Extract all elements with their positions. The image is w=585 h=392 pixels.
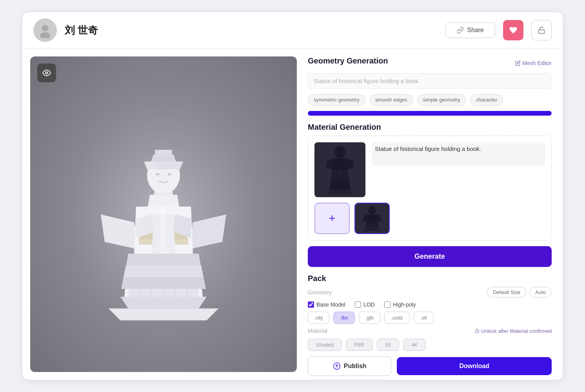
svg-marker-40 bbox=[329, 180, 351, 189]
format-obj-label: .obj bbox=[314, 315, 323, 321]
high-poly-checkbox[interactable] bbox=[384, 301, 391, 308]
viewport bbox=[30, 56, 297, 372]
svg-rect-51 bbox=[476, 331, 479, 333]
lod-checkbox-item[interactable]: LOD bbox=[355, 301, 375, 308]
svg-rect-2 bbox=[539, 30, 545, 33]
svg-marker-33 bbox=[145, 162, 156, 169]
material-description: Statue of historical figure holding a bo… bbox=[372, 142, 545, 166]
default-size-label: Default Size bbox=[493, 289, 520, 295]
high-poly-checkbox-item[interactable]: High-poly bbox=[384, 301, 416, 308]
material-statue-thumbnail bbox=[314, 142, 365, 197]
auto-size-button[interactable]: Auto bbox=[529, 287, 552, 298]
svg-marker-46 bbox=[366, 215, 378, 222]
lod-checkbox[interactable] bbox=[355, 301, 361, 308]
share-label: Share bbox=[467, 27, 484, 34]
generate-button[interactable]: Generate bbox=[308, 246, 552, 267]
high-poly-label: High-poly bbox=[393, 301, 416, 308]
download-button[interactable]: Download bbox=[397, 357, 552, 375]
shading-row: Shaded PBR 1K 4K bbox=[308, 339, 552, 351]
like-button[interactable] bbox=[503, 20, 523, 40]
app-container: 刘 世奇 Share bbox=[22, 12, 563, 380]
svg-marker-36 bbox=[326, 158, 334, 170]
pack-geometry-label: Geometry bbox=[308, 289, 332, 296]
base-model-checkbox[interactable] bbox=[308, 301, 314, 308]
username: 刘 世奇 bbox=[65, 24, 98, 37]
material-thumb-svg bbox=[358, 206, 386, 231]
material-selected-thumbnail[interactable] bbox=[354, 203, 390, 234]
format-stl-label: .stl bbox=[420, 315, 427, 321]
material-title: Material Generation bbox=[308, 123, 552, 132]
format-glb-label: .glb bbox=[365, 315, 374, 321]
material-add-button[interactable]: + bbox=[314, 203, 350, 234]
add-icon: + bbox=[329, 212, 336, 225]
base-model-label: Base Model bbox=[316, 301, 345, 308]
format-usdz-label: .usdz bbox=[391, 315, 403, 321]
publish-button[interactable]: Publish bbox=[308, 356, 391, 376]
share-button[interactable]: Share bbox=[445, 22, 495, 38]
progress-bar-fill bbox=[308, 111, 552, 116]
format-fbx-button[interactable]: .fbx bbox=[333, 312, 355, 324]
shading-shaded-label: Shaded bbox=[316, 342, 334, 348]
publish-icon bbox=[333, 362, 341, 370]
svg-point-1 bbox=[40, 32, 50, 38]
tag-simple: simple geometry bbox=[417, 94, 466, 105]
main-content: Geometry Generation Mesh Editor Statue o… bbox=[22, 49, 563, 380]
shading-4k-label: 4K bbox=[411, 342, 418, 348]
svg-marker-17 bbox=[187, 214, 226, 250]
mesh-editor-link[interactable]: Mesh Editor bbox=[515, 60, 552, 66]
bottom-actions: Publish Download bbox=[308, 356, 552, 376]
unlock-label: Unlock after Material confirmed bbox=[481, 328, 552, 334]
geo-header: Geometry Generation Mesh Editor bbox=[308, 56, 552, 69]
eye-icon bbox=[42, 69, 51, 77]
shading-pbr-button[interactable]: PBR bbox=[346, 339, 373, 351]
default-size-button[interactable]: Default Size bbox=[487, 287, 526, 298]
heart-icon bbox=[509, 26, 518, 34]
svg-point-31 bbox=[167, 173, 171, 176]
pack-material-label: Material bbox=[308, 328, 327, 334]
format-glb-button[interactable]: .glb bbox=[359, 312, 380, 324]
pack-geometry-row: Geometry Default Size Auto bbox=[308, 287, 552, 298]
svg-point-3 bbox=[45, 72, 48, 74]
material-options-row: + bbox=[314, 203, 545, 234]
base-model-checkbox-item[interactable]: Base Model bbox=[308, 301, 345, 308]
unlock-link[interactable]: Unlock after Material confirmed bbox=[475, 328, 552, 334]
lod-label: LOD bbox=[363, 301, 375, 308]
svg-marker-13 bbox=[126, 254, 201, 265]
shading-4k-button[interactable]: 4K bbox=[403, 339, 426, 351]
shading-1k-button[interactable]: 1K bbox=[377, 339, 400, 351]
pack-material-row: Material Unlock after Material confirmed bbox=[308, 328, 552, 334]
eye-button[interactable] bbox=[37, 64, 56, 82]
statue-3d-view bbox=[30, 56, 297, 372]
svg-marker-14 bbox=[124, 265, 203, 277]
material-statue-svg bbox=[318, 144, 362, 195]
tags-row: symmetric geometry smooth edges simple g… bbox=[308, 94, 552, 105]
pencil-icon bbox=[515, 60, 521, 66]
avatar bbox=[33, 18, 57, 42]
tag-symmetric: symmetric geometry bbox=[308, 94, 365, 105]
svg-rect-29 bbox=[155, 150, 172, 156]
svg-marker-15 bbox=[121, 277, 206, 289]
shading-1k-label: 1K bbox=[385, 342, 391, 348]
svg-marker-5 bbox=[120, 297, 207, 309]
pack-size-buttons: Default Size Auto bbox=[487, 287, 552, 298]
pack-title: Pack bbox=[308, 274, 552, 283]
format-obj-button[interactable]: .obj bbox=[308, 312, 329, 324]
lock-small-icon bbox=[475, 328, 480, 333]
shading-shaded-button[interactable]: Shaded bbox=[308, 339, 342, 351]
svg-marker-41 bbox=[328, 189, 352, 194]
format-stl-button[interactable]: .stl bbox=[414, 312, 434, 324]
geometry-title: Geometry Generation bbox=[308, 56, 388, 65]
format-usdz-button[interactable]: .usdz bbox=[384, 312, 410, 324]
generate-label: Generate bbox=[414, 252, 445, 260]
right-panel: Geometry Generation Mesh Editor Statue o… bbox=[297, 49, 563, 380]
svg-point-34 bbox=[334, 146, 345, 158]
shading-pbr-label: PBR bbox=[354, 342, 365, 348]
svg-marker-24 bbox=[148, 195, 179, 207]
lock-button[interactable] bbox=[531, 20, 552, 40]
geometry-section: Geometry Generation Mesh Editor Statue o… bbox=[308, 56, 552, 116]
mesh-editor-label: Mesh Editor bbox=[522, 60, 552, 66]
header: 刘 世奇 Share bbox=[22, 12, 563, 49]
link-icon bbox=[457, 27, 464, 34]
svg-point-30 bbox=[156, 173, 160, 176]
pack-section: Pack Geometry Default Size Auto bbox=[308, 274, 552, 376]
